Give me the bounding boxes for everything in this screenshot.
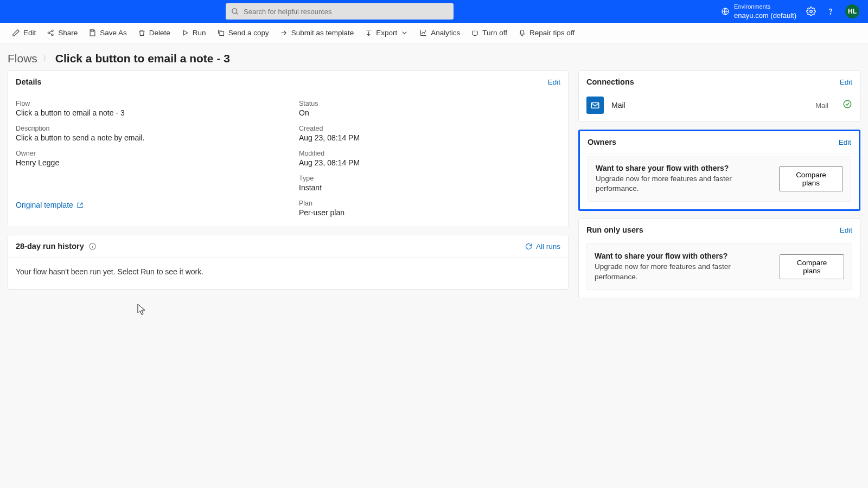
environment-picker[interactable]: Environments enayu.com (default) — [721, 3, 796, 20]
compare-plans-button-2[interactable]: Compare plans — [780, 254, 844, 279]
owners-promo-title: Want to share your flow with others? — [596, 164, 770, 172]
submit-icon — [280, 29, 288, 37]
plan-label: Plan — [299, 200, 560, 207]
type-label: Type — [299, 175, 560, 182]
chart-icon — [419, 29, 427, 37]
send-copy-button[interactable]: Send a copy — [213, 26, 273, 40]
user-avatar[interactable]: HL — [845, 4, 859, 18]
environment-label: Environments — [734, 3, 796, 11]
flow-value: Click a button to email a note - 3 — [16, 108, 277, 117]
power-icon — [471, 29, 479, 37]
run-history-title: 28-day run history — [16, 242, 84, 251]
check-icon — [843, 99, 852, 111]
export-icon — [365, 29, 373, 37]
run-only-edit-link[interactable]: Edit — [840, 226, 852, 234]
owner-label: Owner — [16, 150, 277, 157]
connections-title: Connections — [586, 78, 634, 86]
connection-type: Mail — [815, 101, 828, 110]
bell-icon — [518, 29, 526, 37]
environment-icon — [721, 7, 730, 16]
run-only-promo: Want to share your flow with others? Upg… — [586, 243, 852, 290]
connections-edit-link[interactable]: Edit — [840, 78, 852, 86]
run-only-title: Run only users — [586, 226, 643, 234]
environment-name: enayu.com (default) — [734, 11, 796, 21]
plan-value: Per-user plan — [299, 208, 560, 217]
svg-point-0 — [232, 8, 237, 13]
turn-off-button[interactable]: Turn off — [467, 26, 512, 40]
trash-icon — [138, 29, 146, 37]
svg-point-4 — [830, 14, 831, 14]
details-edit-link[interactable]: Edit — [548, 78, 560, 86]
run-history-empty: Your flow hasn't been run yet. Select Ru… — [8, 258, 568, 289]
type-value: Instant — [299, 183, 560, 192]
mail-icon — [586, 97, 604, 114]
run-history-card: 28-day run history All runs Your flow ha… — [8, 235, 569, 290]
search-input[interactable] — [244, 8, 448, 16]
breadcrumb-root[interactable]: Flows — [8, 52, 37, 65]
connection-row[interactable]: Mail Mail — [579, 93, 860, 121]
chevron-down-icon — [400, 29, 409, 37]
submit-template-button[interactable]: Submit as template — [276, 26, 359, 40]
search-box[interactable] — [226, 3, 454, 20]
status-label: Status — [299, 100, 560, 107]
repair-tips-button[interactable]: Repair tips off — [514, 26, 579, 40]
status-value: On — [299, 108, 560, 117]
external-link-icon — [76, 202, 84, 209]
analytics-button[interactable]: Analytics — [415, 26, 464, 40]
info-icon[interactable] — [88, 242, 97, 251]
svg-point-11 — [844, 100, 851, 108]
run-only-promo-body: Upgrade now for more features and faster… — [595, 262, 771, 281]
run-button[interactable]: Run — [177, 26, 210, 40]
chevron-right-icon: 〉 — [43, 54, 50, 63]
connections-card: Connections Edit Mail Mail — [578, 70, 860, 122]
created-value: Aug 23, 08:14 PM — [299, 133, 560, 142]
svg-line-1 — [236, 12, 238, 14]
share-button[interactable]: Share — [42, 26, 82, 40]
owners-promo: Want to share your flow with others? Upg… — [588, 156, 851, 202]
refresh-icon — [525, 242, 533, 251]
description-label: Description — [16, 125, 277, 132]
svg-point-3 — [810, 10, 813, 13]
flow-label: Flow — [16, 100, 277, 107]
original-template-link[interactable]: Original template — [16, 201, 277, 209]
play-icon — [181, 29, 189, 37]
delete-button[interactable]: Delete — [133, 26, 175, 40]
owners-edit-link[interactable]: Edit — [839, 138, 851, 146]
help-icon[interactable] — [826, 7, 835, 16]
owner-value: Henry Legge — [16, 158, 277, 167]
mouse-cursor-icon — [137, 304, 146, 316]
run-only-users-card: Run only users Edit Want to share your f… — [578, 219, 860, 298]
owners-title: Owners — [588, 138, 616, 146]
owners-card: Owners Edit Want to share your flow with… — [578, 130, 860, 211]
search-icon — [231, 8, 239, 16]
breadcrumb: Flows 〉 Click a button to email a note -… — [0, 43, 868, 70]
export-button[interactable]: Export — [360, 26, 413, 40]
all-runs-link[interactable]: All runs — [525, 242, 560, 251]
modified-label: Modified — [299, 150, 560, 157]
run-only-promo-title: Want to share your flow with others? — [595, 252, 771, 260]
svg-rect-8 — [220, 31, 224, 36]
breadcrumb-current: Click a button to email a note - 3 — [55, 52, 230, 65]
settings-icon[interactable] — [806, 7, 816, 16]
app-header: Environments enayu.com (default) HL — [0, 0, 868, 23]
compare-plans-button[interactable]: Compare plans — [779, 166, 843, 191]
modified-value: Aug 23, 08:14 PM — [299, 158, 560, 167]
save-icon — [88, 29, 97, 37]
owners-promo-body: Upgrade now for more features and faster… — [596, 174, 770, 194]
copy-icon — [217, 29, 225, 37]
pencil-icon — [12, 29, 20, 37]
edit-button[interactable]: Edit — [8, 26, 40, 40]
share-icon — [47, 29, 55, 37]
details-card: Details Edit FlowClick a button to email… — [8, 70, 569, 227]
connection-name: Mail — [611, 101, 626, 110]
description-value: Click a button to send a note by email. — [16, 133, 277, 142]
created-label: Created — [299, 125, 560, 132]
save-as-button[interactable]: Save As — [84, 26, 131, 40]
command-bar: Edit Share Save As Delete Run Send a cop… — [0, 23, 868, 43]
details-title: Details — [16, 78, 42, 86]
